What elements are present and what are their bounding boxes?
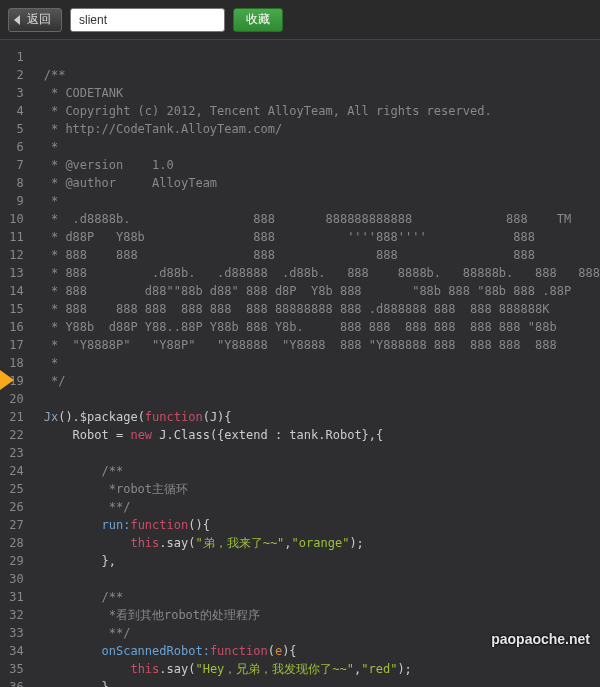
ascii-art: * "Y8888P" "Y88P" "Y88888 "Y8888 888 "Y8… xyxy=(44,338,557,352)
code-token: function xyxy=(145,410,203,424)
line-number: 5 xyxy=(0,120,34,138)
comment-line: * http://CodeTank.AlloyTeam.com/ xyxy=(44,122,282,136)
line-number: 11 xyxy=(0,228,34,246)
comment-line: *看到其他robot的处理程序 xyxy=(44,608,260,622)
comment-line: * xyxy=(44,140,58,154)
ascii-art: * d88P Y88b 888 ''''888'''' 888 xyxy=(44,230,535,244)
line-number: 35 xyxy=(0,660,34,678)
code-token: ); xyxy=(349,536,363,550)
line-number: 26 xyxy=(0,498,34,516)
code-token: Robot = xyxy=(44,428,131,442)
line-number: 7 xyxy=(0,156,34,174)
ascii-art: * 888 888 888 888 888 888 88888888 888 .… xyxy=(44,302,550,316)
line-number: 33 xyxy=(0,624,34,642)
search-input[interactable] xyxy=(70,8,225,32)
code-token: "orange" xyxy=(292,536,350,550)
comment-line: * @author AlloyTeam xyxy=(44,176,217,190)
code-token: this xyxy=(130,536,159,550)
ascii-art: * Y88b d88P Y88..88P Y88b 888 Y8b. 888 8… xyxy=(44,320,557,334)
watermark: paopaoche.net xyxy=(491,631,590,647)
code-token: .say( xyxy=(159,662,195,676)
line-number: 12 xyxy=(0,246,34,264)
comment-line: **/ xyxy=(44,626,131,640)
comment-line: /** xyxy=(44,590,123,604)
code-token: (J){ xyxy=(203,410,232,424)
code-editor[interactable]: 1234567891011121314151617181920212223242… xyxy=(0,40,600,687)
code-token xyxy=(44,662,131,676)
line-number: 8 xyxy=(0,174,34,192)
code-token: , xyxy=(284,536,291,550)
line-number: 23 xyxy=(0,444,34,462)
code-token: }, xyxy=(44,554,116,568)
code-token: function xyxy=(130,518,188,532)
ascii-art: * .d8888b. 888 888888888888 888 TM xyxy=(44,212,571,226)
code-token: ( xyxy=(268,644,275,658)
line-number: 10 xyxy=(0,210,34,228)
line-number: 15 xyxy=(0,300,34,318)
ascii-art: * 888 888 888 888 888 xyxy=(44,248,535,262)
line-number: 32 xyxy=(0,606,34,624)
line-number: 16 xyxy=(0,318,34,336)
comment-line: */ xyxy=(44,374,66,388)
comment-line: **/ xyxy=(44,500,131,514)
line-number: 29 xyxy=(0,552,34,570)
code-token xyxy=(44,536,131,550)
line-number: 17 xyxy=(0,336,34,354)
line-number: 1 xyxy=(0,48,34,66)
line-number: 3 xyxy=(0,84,34,102)
line-gutter: 1234567891011121314151617181920212223242… xyxy=(0,40,34,687)
line-number: 4 xyxy=(0,102,34,120)
line-number: 20 xyxy=(0,390,34,408)
line-number: 13 xyxy=(0,264,34,282)
line-number: 9 xyxy=(0,192,34,210)
line-number: 31 xyxy=(0,588,34,606)
ascii-art: * 888 d88""88b d88" 888 d8P Y8b 888 "88b… xyxy=(44,284,571,298)
line-number: 21 xyxy=(0,408,34,426)
line-number: 2 xyxy=(0,66,34,84)
code-token: Jx xyxy=(44,410,58,424)
comment-line: /** xyxy=(44,464,123,478)
comment-line: * @version 1.0 xyxy=(44,158,174,172)
code-token: ){ xyxy=(282,644,296,658)
line-number: 14 xyxy=(0,282,34,300)
line-number: 22 xyxy=(0,426,34,444)
ascii-art: * 888 .d88b. .d88888 .d88b. 888 8888b. 8… xyxy=(44,266,600,280)
code-area[interactable]: /** * CODETANK * Copyright (c) 2012, Ten… xyxy=(34,40,600,687)
code-token: onScannedRobot: xyxy=(44,644,210,658)
code-token: "Hey，兄弟，我发现你了~~" xyxy=(195,662,354,676)
line-number: 25 xyxy=(0,480,34,498)
comment-line: /** xyxy=(44,68,66,82)
code-token: this xyxy=(130,662,159,676)
code-token: "red" xyxy=(361,662,397,676)
line-number: 28 xyxy=(0,534,34,552)
favorite-button[interactable]: 收藏 xyxy=(233,8,283,32)
code-token: run: xyxy=(44,518,131,532)
code-token: ().$package( xyxy=(58,410,145,424)
comment-line: * xyxy=(44,356,58,370)
comment-line: * CODETANK xyxy=(44,86,123,100)
code-token: }, xyxy=(44,680,116,687)
code-token: J.Class({extend : tank.Robot},{ xyxy=(152,428,383,442)
comment-line: * xyxy=(44,194,58,208)
line-number: 27 xyxy=(0,516,34,534)
toolbar: 返回 收藏 xyxy=(0,0,600,40)
code-token: "弟，我来了~~" xyxy=(195,536,284,550)
line-number: 30 xyxy=(0,570,34,588)
line-number: 34 xyxy=(0,642,34,660)
line-number: 36 xyxy=(0,678,34,687)
line-number: 6 xyxy=(0,138,34,156)
line-number: 24 xyxy=(0,462,34,480)
code-token: ); xyxy=(397,662,411,676)
code-token: new xyxy=(130,428,152,442)
code-token: function xyxy=(210,644,268,658)
comment-line: * Copyright (c) 2012, Tencent AlloyTeam,… xyxy=(44,104,492,118)
comment-line: *robot主循环 xyxy=(44,482,188,496)
expand-arrow-icon[interactable] xyxy=(0,370,14,390)
code-token: .say( xyxy=(159,536,195,550)
back-button[interactable]: 返回 xyxy=(8,8,62,32)
code-token: (){ xyxy=(188,518,210,532)
